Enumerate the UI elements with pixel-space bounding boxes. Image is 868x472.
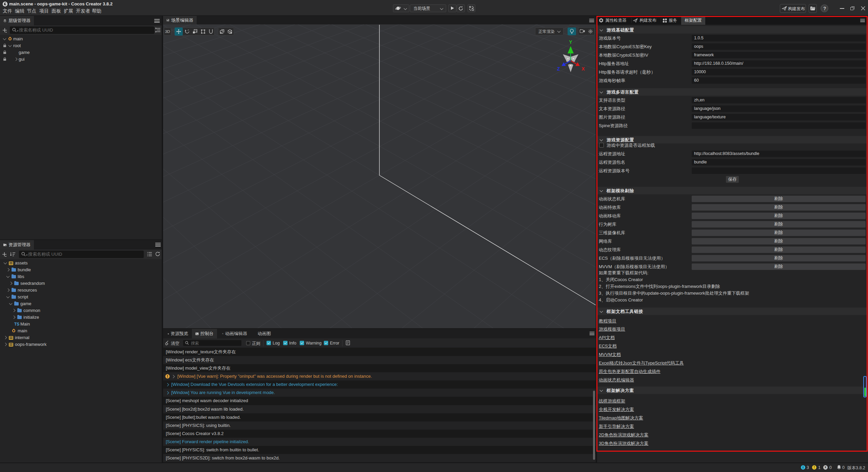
svg-text:Z: Z: [557, 66, 560, 72]
svg-text:X: X: [581, 66, 585, 72]
svg-text:Y: Y: [569, 39, 572, 45]
